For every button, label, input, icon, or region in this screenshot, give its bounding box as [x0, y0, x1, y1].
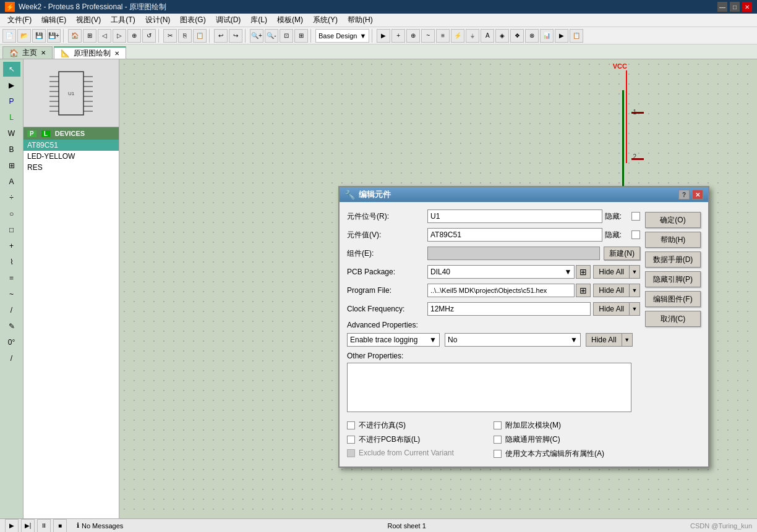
tool-wire[interactable]: W — [3, 126, 20, 141]
tool-component[interactable]: ▶ — [3, 78, 20, 93]
tool-label[interactable]: A — [3, 174, 20, 189]
tb-more2[interactable]: ❖ — [510, 29, 524, 43]
menu-debug[interactable]: 调试(D) — [211, 14, 246, 27]
device-res[interactable]: RES — [24, 162, 119, 173]
tb-wire[interactable]: ~ — [421, 29, 435, 43]
edit-all-text-checkbox[interactable] — [494, 450, 502, 458]
tab-home-close[interactable]: ✕ — [41, 49, 46, 56]
restore-btn[interactable]: □ — [730, 2, 740, 12]
tb-redo[interactable]: ↪ — [229, 29, 242, 43]
tb-design-dropdown[interactable]: Base Design ▼ — [315, 29, 369, 43]
part-value-input[interactable] — [427, 228, 602, 242]
stop-btn[interactable]: ■ — [53, 519, 67, 533]
tb-origin[interactable]: ⊕ — [127, 29, 141, 43]
pcb-package-select[interactable]: DIL40 ▼ — [427, 265, 575, 279]
clk-hide-all-arrow[interactable]: ▼ — [629, 302, 640, 316]
tb-zoom-fit[interactable]: ⊡ — [280, 29, 293, 43]
tab-schematic[interactable]: 📐 原理图绘制 ✕ — [54, 46, 126, 59]
tb-cross[interactable]: + — [391, 29, 405, 43]
menu-system[interactable]: 系统(Y) — [308, 14, 343, 27]
tool-l[interactable]: L — [3, 110, 20, 125]
menu-help[interactable]: 帮助(H) — [343, 14, 378, 27]
device-led-yellow[interactable]: LED-YELLOW — [24, 151, 119, 162]
tb-zoom-out[interactable]: 🔍- — [265, 29, 278, 43]
step-btn[interactable]: ▶| — [21, 519, 35, 533]
tool-force[interactable]: / — [3, 303, 20, 318]
tool-probe[interactable]: ⌇ — [3, 255, 20, 269]
edit-component-button[interactable]: 编辑图件(F) — [645, 291, 701, 307]
tb-more3[interactable]: ⊗ — [525, 29, 539, 43]
close-btn[interactable]: ✕ — [742, 2, 752, 12]
tb-report[interactable]: 📋 — [570, 29, 583, 43]
adv-prop-dropdown[interactable]: Enable trace logging ▼ — [347, 333, 440, 347]
tb-copy[interactable]: ⎘ — [178, 29, 192, 43]
canvas-area[interactable]: VCC 1 2 3 4 5 6 7 D8 LED-YELLOW R8 300 — [119, 59, 757, 518]
exclude-variant-checkbox[interactable] — [347, 449, 355, 457]
tool-bus-entry[interactable]: ÷ — [3, 190, 20, 205]
tool-bus[interactable]: B — [3, 142, 20, 157]
tb-connect[interactable]: ⊕ — [406, 29, 420, 43]
dialog-help-btn[interactable]: ? — [678, 190, 690, 200]
menu-graph[interactable]: 图表(G) — [175, 14, 210, 27]
menu-design[interactable]: 设计(N) — [140, 14, 176, 27]
no-pcb-checkbox[interactable] — [347, 436, 355, 444]
device-at89c51[interactable]: AT89C51 — [24, 140, 119, 151]
tool-select[interactable]: ↖ — [3, 62, 20, 77]
new-button[interactable]: 新建(N) — [604, 247, 640, 260]
no-simulate-checkbox[interactable] — [347, 421, 355, 429]
tb-save[interactable]: 💾 — [32, 29, 46, 43]
tool-sub[interactable]: □ — [3, 222, 20, 237]
adv-hide-all-arrow[interactable]: ▼ — [622, 333, 633, 347]
adv-hide-all-btn[interactable]: Hide All — [586, 333, 622, 347]
tb-undo[interactable]: ↩ — [214, 29, 228, 43]
tb-label[interactable]: A — [481, 29, 494, 43]
part-ref-hide-checkbox[interactable] — [631, 212, 640, 221]
tb-gnd[interactable]: ⏚ — [466, 29, 479, 43]
tb-back[interactable]: ◁ — [98, 29, 111, 43]
tool-junction[interactable]: ⊞ — [3, 158, 20, 173]
tb-cut[interactable]: ✂ — [163, 29, 177, 43]
tool-port[interactable]: + — [3, 239, 20, 253]
play-btn[interactable]: ▶ — [5, 519, 19, 533]
menu-edit[interactable]: 编辑(E) — [36, 14, 71, 27]
tb-new[interactable]: 📄 — [2, 29, 16, 43]
tool-current[interactable]: ~ — [3, 287, 20, 302]
tb-save-all[interactable]: 💾+ — [47, 29, 61, 43]
part-value-hide-checkbox[interactable] — [631, 230, 640, 239]
prog-hide-all-arrow[interactable]: ▼ — [629, 284, 640, 297]
part-ref-input[interactable] — [427, 209, 602, 223]
menu-view[interactable]: 视图(V) — [71, 14, 106, 27]
ok-button[interactable]: 确定(O) — [645, 212, 701, 228]
tool-voltage[interactable]: = — [3, 271, 20, 285]
tb-zoom-in[interactable]: 🔍+ — [250, 29, 263, 43]
tab-sch-close[interactable]: ✕ — [114, 50, 119, 57]
tool-net[interactable]: ○ — [3, 206, 20, 221]
adv-prop-value-dropdown[interactable]: No ▼ — [445, 333, 581, 347]
menu-tools[interactable]: 工具(T) — [106, 14, 140, 27]
pause-btn[interactable]: ⏸ — [37, 519, 51, 533]
minimize-btn[interactable]: — — [717, 2, 727, 12]
help-button[interactable]: 帮助(H) — [645, 232, 701, 248]
clk-hide-all-btn[interactable]: Hide All — [593, 302, 629, 316]
menu-file[interactable]: 文件(F) — [2, 14, 36, 27]
pcb-hide-all-btn[interactable]: Hide All — [593, 265, 629, 279]
datasheet-button[interactable]: 数据手册(D) — [645, 251, 701, 268]
tb-sim[interactable]: ▶ — [555, 29, 568, 43]
prog-hide-all-btn[interactable]: Hide All — [593, 284, 629, 297]
hide-pins-button[interactable]: 隐藏引脚(P) — [645, 271, 701, 287]
other-props-textarea[interactable] — [347, 363, 631, 412]
tab-home[interactable]: 🏠 主页 ✕ — [2, 46, 53, 59]
tb-refresh[interactable]: ↺ — [142, 29, 156, 43]
menu-template[interactable]: 模板(M) — [272, 14, 308, 27]
tb-more1[interactable]: ◈ — [495, 29, 509, 43]
tb-home[interactable]: 🏠 — [68, 29, 82, 43]
tool-mirror[interactable]: / — [3, 351, 20, 366]
pcb-hide-all-arrow[interactable]: ▼ — [629, 265, 640, 279]
tool-tape[interactable]: ✎ — [3, 319, 20, 334]
tool-angle[interactable]: 0° — [3, 335, 20, 350]
tb-paste[interactable]: 📋 — [193, 29, 207, 43]
tb-bus[interactable]: ≡ — [436, 29, 450, 43]
program-file-input[interactable] — [427, 284, 575, 297]
program-browse-btn[interactable]: ⊞ — [576, 284, 591, 297]
pcb-browse-btn[interactable]: ⊞ — [576, 265, 591, 279]
